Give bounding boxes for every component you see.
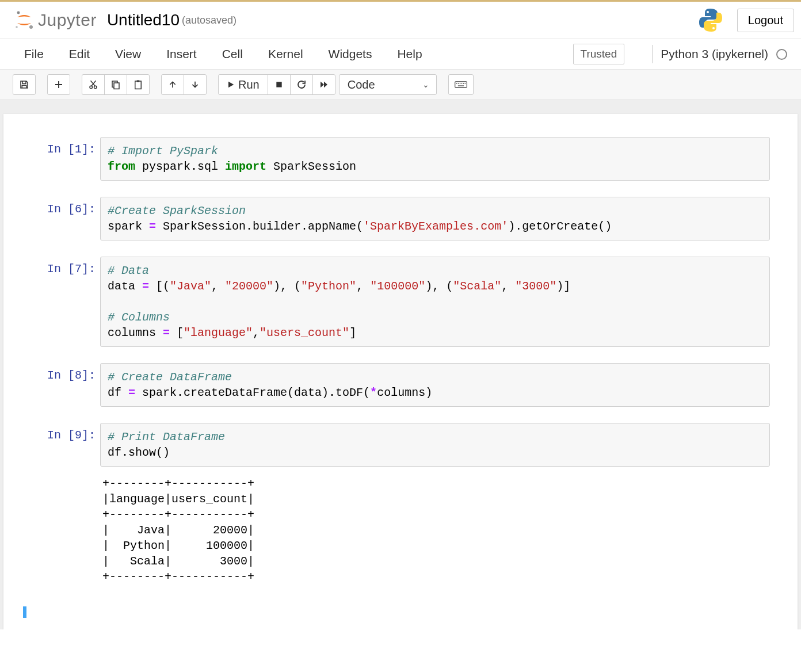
input-prompt: In [7]: [31,257,100,347]
svg-point-4 [712,27,715,29]
cell-type-value: Code [348,78,375,91]
trusted-indicator[interactable]: Trusted [573,44,625,64]
restart-run-all-button[interactable] [312,74,335,95]
cut-icon [88,79,98,90]
svg-rect-17 [463,83,463,83]
code-cell[interactable]: In [9]:# Print DataFrame df.show() [31,423,770,467]
svg-rect-16 [461,83,461,83]
menu-help[interactable]: Help [384,39,434,69]
menu-cell[interactable]: Cell [209,39,255,69]
code-cell[interactable]: In [8]:# Create DataFrame df = spark.cre… [31,363,770,407]
svg-rect-9 [135,81,142,89]
svg-point-0 [17,12,20,14]
copy-icon [110,79,121,90]
menu-widgets[interactable]: Widgets [316,39,385,69]
interrupt-button[interactable] [268,74,291,95]
svg-rect-14 [458,83,459,83]
arrow-up-icon [168,80,177,89]
fast-forward-icon [319,80,329,89]
save-button[interactable] [13,74,36,95]
logout-button[interactable]: Logout [737,9,794,32]
menubar: FileEditViewInsertCellKernelWidgetsHelp … [0,39,801,70]
code-input[interactable]: # Print DataFrame df.show() [100,423,770,467]
output-prompt [31,472,100,585]
code-input[interactable]: # Data data = [("Java", "20000"), ("Pyth… [100,257,770,347]
cell-type-select[interactable]: Code ⌄ [339,74,437,95]
stop-icon [275,81,283,89]
output-cell: +--------+-----------+ |language|users_c… [31,472,770,585]
selected-cell-indicator [23,606,26,618]
jupyter-wordmark: Jupyter [38,10,97,30]
code-cell[interactable]: In [6]:#Create SparkSession spark = Spar… [31,197,770,240]
run-button[interactable]: Run [218,74,268,95]
menu-view[interactable]: View [102,39,154,69]
restart-button[interactable] [290,74,313,95]
kernel-status-icon [776,49,787,60]
menu-insert[interactable]: Insert [154,39,209,69]
restart-icon [296,79,307,90]
divider [652,45,653,63]
svg-point-1 [29,25,33,29]
svg-rect-8 [114,83,119,89]
svg-rect-13 [456,83,457,83]
save-icon [19,79,29,90]
paste-icon [133,79,143,90]
insert-cell-button[interactable] [47,74,70,95]
python-logo-icon [697,6,724,34]
svg-rect-12 [455,82,467,87]
code-input[interactable]: # Create DataFrame df = spark.createData… [100,363,770,407]
input-prompt: In [8]: [31,363,100,407]
arrow-down-icon [190,80,200,89]
menu-kernel[interactable]: Kernel [255,39,316,69]
svg-rect-19 [458,85,464,86]
svg-point-2 [16,26,18,28]
autosave-status: (autosaved) [182,14,237,26]
keyboard-icon [455,81,467,89]
svg-point-3 [707,11,709,13]
move-up-button[interactable] [161,74,184,95]
toolbar: Run Code ⌄ [0,70,801,100]
notebook-container: In [1]:# Import PySpark from pyspark.sql… [3,114,798,629]
header: Jupyter Untitled10 (autosaved) Logout [0,2,801,39]
code-cell[interactable]: In [7]:# Data data = [("Java", "20000"),… [31,257,770,347]
run-label: Run [238,78,260,91]
svg-rect-18 [464,83,465,83]
code-input[interactable]: # Import PySpark from pyspark.sql import… [100,137,770,181]
command-palette-button[interactable] [448,74,474,95]
menu-file[interactable]: File [20,39,56,69]
code-cell[interactable]: In [1]:# Import PySpark from pyspark.sql… [31,137,770,181]
move-down-button[interactable] [184,74,207,95]
svg-point-5 [90,86,93,89]
notebook-background: In [1]:# Import PySpark from pyspark.sql… [0,100,801,629]
output-text: +--------+-----------+ |language|users_c… [100,472,770,585]
chevron-down-icon: ⌄ [422,80,429,89]
input-prompt: In [9]: [31,423,100,467]
notebook-title[interactable]: Untitled10 [107,11,180,29]
code-input[interactable]: #Create SparkSession spark = SparkSessio… [100,197,770,240]
jupyter-icon [14,10,35,30]
input-prompt: In [6]: [31,197,100,240]
svg-point-6 [94,86,97,89]
paste-button[interactable] [127,74,150,95]
svg-rect-15 [460,83,460,83]
svg-rect-10 [137,81,140,82]
kernel-name[interactable]: Python 3 (ipykernel) [661,47,772,61]
play-icon [227,81,235,89]
svg-rect-11 [276,82,281,87]
cut-button[interactable] [82,74,105,95]
copy-button[interactable] [104,74,127,95]
input-prompt: In [1]: [31,137,100,181]
plus-icon [54,79,64,90]
jupyter-logo[interactable]: Jupyter [14,10,97,30]
menu-edit[interactable]: Edit [56,39,102,69]
